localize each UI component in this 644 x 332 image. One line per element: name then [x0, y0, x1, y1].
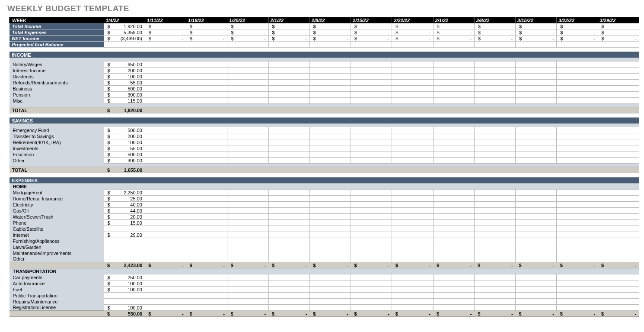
cell[interactable] [557, 86, 598, 92]
cell[interactable] [351, 196, 392, 202]
cell[interactable] [351, 274, 392, 280]
cell[interactable] [268, 256, 309, 262]
cell[interactable] [145, 202, 186, 208]
cell[interactable] [598, 98, 639, 104]
cell[interactable] [474, 92, 515, 98]
cell[interactable] [268, 145, 309, 151]
cell[interactable] [186, 232, 227, 238]
cell[interactable] [598, 74, 639, 80]
cell[interactable] [516, 305, 557, 311]
cell[interactable] [433, 220, 474, 226]
cell[interactable] [104, 238, 145, 244]
cell[interactable] [309, 61, 351, 68]
cell[interactable]: $200.00 [104, 133, 145, 139]
cell[interactable] [186, 139, 227, 145]
cell[interactable] [351, 256, 392, 262]
cell[interactable] [227, 232, 268, 238]
cell[interactable] [474, 133, 515, 139]
cell[interactable] [104, 244, 145, 250]
cell[interactable] [516, 196, 557, 202]
cell[interactable] [351, 202, 392, 208]
cell[interactable] [104, 226, 145, 232]
cell[interactable] [557, 287, 598, 293]
cell[interactable] [474, 196, 515, 202]
cell[interactable] [474, 250, 515, 256]
cell[interactable] [268, 305, 309, 311]
cell[interactable] [392, 220, 433, 226]
cell[interactable] [309, 139, 351, 145]
cell[interactable] [392, 74, 433, 80]
cell[interactable] [392, 202, 433, 208]
cell[interactable] [516, 238, 557, 244]
cell[interactable] [557, 238, 598, 244]
cell[interactable] [145, 68, 186, 74]
cell[interactable] [268, 68, 309, 74]
cell[interactable] [557, 244, 598, 250]
cell[interactable] [433, 68, 474, 74]
cell[interactable] [309, 86, 351, 92]
cell[interactable] [598, 92, 639, 98]
cell[interactable] [186, 158, 227, 164]
cell[interactable] [145, 190, 186, 196]
cell[interactable] [309, 80, 351, 86]
cell[interactable] [557, 145, 598, 151]
cell[interactable]: $44.00 [104, 208, 145, 214]
cell[interactable] [227, 250, 268, 256]
cell[interactable] [227, 190, 268, 196]
cell[interactable] [474, 220, 515, 226]
cell[interactable] [104, 299, 145, 305]
cell[interactable] [268, 226, 309, 232]
cell[interactable] [516, 274, 557, 280]
cell[interactable]: $40.00 [104, 202, 145, 208]
cell[interactable] [392, 151, 433, 158]
cell[interactable] [186, 274, 227, 280]
cell[interactable] [309, 220, 351, 226]
cell[interactable] [186, 80, 227, 86]
cell[interactable] [474, 74, 515, 80]
cell[interactable] [598, 86, 639, 92]
cell[interactable] [516, 68, 557, 74]
cell[interactable] [351, 80, 392, 86]
cell[interactable] [104, 250, 145, 256]
cell[interactable] [433, 196, 474, 202]
cell[interactable] [351, 226, 392, 232]
cell[interactable] [268, 299, 309, 305]
cell[interactable] [433, 280, 474, 287]
cell[interactable] [598, 202, 639, 208]
cell[interactable] [227, 80, 268, 86]
cell[interactable] [309, 214, 351, 220]
cell[interactable] [598, 274, 639, 280]
cell[interactable] [268, 151, 309, 158]
cell[interactable] [145, 274, 186, 280]
cell[interactable] [227, 158, 268, 164]
cell[interactable]: $500.00 [104, 151, 145, 158]
cell[interactable] [598, 80, 639, 86]
cell[interactable] [227, 238, 268, 244]
cell[interactable] [392, 133, 433, 139]
cell[interactable] [186, 208, 227, 214]
cell[interactable] [433, 208, 474, 214]
cell[interactable] [598, 238, 639, 244]
cell[interactable] [598, 68, 639, 74]
cell[interactable] [392, 61, 433, 68]
cell[interactable] [392, 208, 433, 214]
cell[interactable] [598, 280, 639, 287]
cell[interactable] [474, 98, 515, 104]
cell[interactable]: $15.00 [104, 220, 145, 226]
cell[interactable] [145, 145, 186, 151]
cell[interactable] [474, 299, 515, 305]
cell[interactable] [392, 287, 433, 293]
cell[interactable] [433, 305, 474, 311]
cell[interactable] [351, 190, 392, 196]
cell[interactable] [516, 226, 557, 232]
cell[interactable] [516, 293, 557, 299]
cell[interactable] [145, 238, 186, 244]
cell[interactable] [433, 244, 474, 250]
cell[interactable] [145, 214, 186, 220]
cell[interactable] [433, 133, 474, 139]
cell[interactable] [516, 127, 557, 133]
cell[interactable] [557, 92, 598, 98]
cell[interactable] [516, 232, 557, 238]
cell[interactable] [227, 133, 268, 139]
cell[interactable] [516, 220, 557, 226]
